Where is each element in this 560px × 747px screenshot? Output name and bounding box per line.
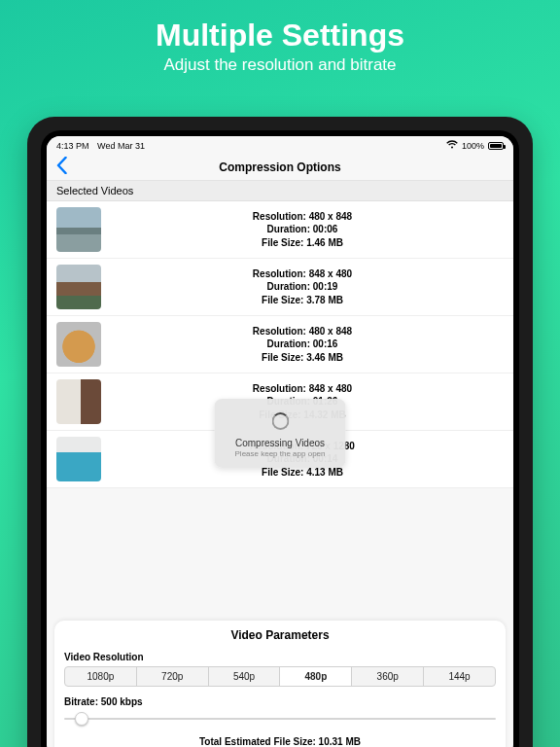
video-parameters-card: Video Parameters Video Resolution 1080p … [54,621,506,747]
battery-percent: 100% [462,141,484,151]
video-thumbnail [56,207,101,252]
video-row[interactable]: Resolution: 480 x 848 Duration: 00:06 Fi… [47,201,513,259]
video-thumbnail [56,437,101,481]
app-screen: 4:13 PM Wed Mar 31 100% Compression Opti… [47,136,513,747]
status-time: 4:13 PM [56,141,89,151]
video-meta: Resolution: 848 x 480 Duration: 00:19 Fi… [101,267,504,307]
video-thumbnail [56,322,101,367]
battery-icon [488,142,504,150]
resolution-label: Video Resolution [64,652,496,662]
video-duration: Duration: 00:06 [101,223,504,236]
res-option-480p[interactable]: 480p [280,667,352,686]
video-filesize: File Size: 1.46 MB [101,236,504,250]
status-bar: 4:13 PM Wed Mar 31 100% [47,136,513,155]
estimated-size: Total Estimated File Size: 10.31 MB [64,736,496,747]
tablet-bezel: 4:13 PM Wed Mar 31 100% Compression Opti… [41,130,519,747]
video-thumbnail [56,265,101,309]
overlay-subtitle: Please keep the app open [223,449,338,458]
video-resolution: Resolution: 480 x 848 [101,325,504,338]
nav-title: Compression Options [219,160,340,174]
section-header: Selected Videos [47,181,513,201]
video-thumbnail [56,379,101,424]
res-option-144p[interactable]: 144p [424,667,495,686]
video-duration: Duration: 00:16 [101,338,504,351]
wifi-icon [446,140,458,151]
res-option-720p[interactable]: 720p [137,667,209,686]
spinner-icon [271,412,289,430]
res-option-1080p[interactable]: 1080p [65,667,137,686]
video-filesize: File Size: 3.46 MB [101,351,504,365]
video-resolution: Resolution: 480 x 848 [101,210,504,224]
status-left: 4:13 PM Wed Mar 31 [56,141,151,151]
status-date: Wed Mar 31 [97,141,145,151]
video-row[interactable]: Resolution: 848 x 480 Duration: 00:19 Fi… [47,259,513,316]
video-resolution: Resolution: 848 x 480 [101,267,504,281]
tablet-frame: 4:13 PM Wed Mar 31 100% Compression Opti… [27,117,533,747]
video-duration: Duration: 00:19 [101,280,504,294]
promo-subhead: Adjust the resolution and bitrate [0,55,560,75]
res-option-360p[interactable]: 360p [352,667,424,686]
back-button[interactable] [56,157,67,178]
bitrate-label: Bitrate: 500 kbps [64,696,496,707]
video-meta: Resolution: 480 x 848 Duration: 00:06 Fi… [101,210,504,250]
resolution-segmented[interactable]: 1080p 720p 540p 480p 360p 144p [64,666,496,687]
nav-bar: Compression Options [47,155,513,181]
slider-thumb[interactable] [75,712,88,726]
status-right: 100% [446,140,504,151]
video-filesize: File Size: 3.78 MB [101,294,504,307]
parameters-title: Video Parameters [64,628,496,642]
bitrate-slider[interactable] [64,711,496,727]
overlay-title: Compressing Videos [223,438,338,448]
video-meta: Resolution: 480 x 848 Duration: 00:16 Fi… [101,325,504,365]
progress-overlay: Compressing Videos Please keep the app o… [215,399,346,468]
res-option-540p[interactable]: 540p [209,667,281,686]
video-resolution: Resolution: 848 x 480 [101,382,504,396]
slider-track [64,718,496,720]
promo-headline: Multiple Settings [0,0,560,53]
video-row[interactable]: Resolution: 480 x 848 Duration: 00:16 Fi… [47,316,513,374]
